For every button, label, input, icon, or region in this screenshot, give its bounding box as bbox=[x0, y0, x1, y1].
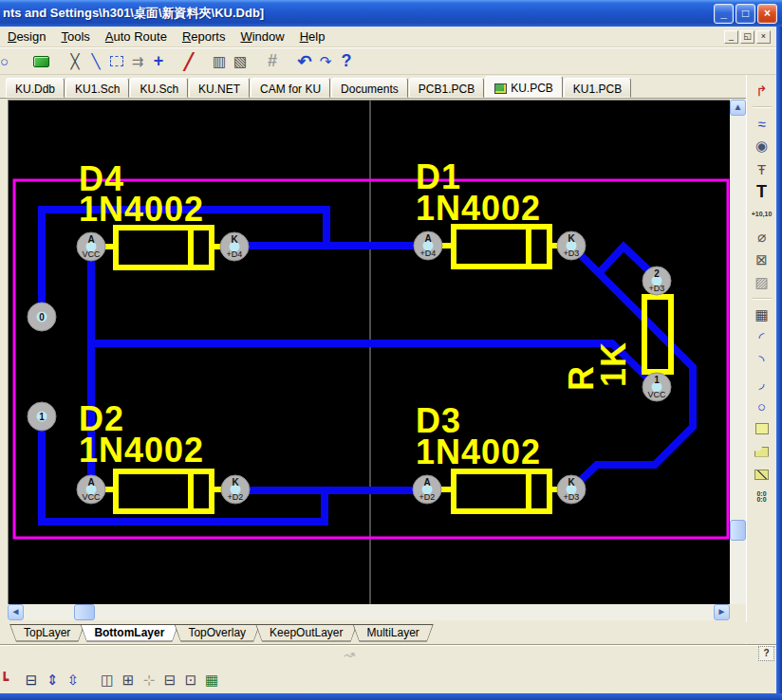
view-3d-icon[interactable]: ▥ bbox=[209, 52, 230, 71]
place-pad-icon[interactable]: ◉ bbox=[752, 137, 773, 156]
pad-A[interactable]: A+D4 bbox=[414, 231, 442, 260]
pad-2[interactable]: 2+D3 bbox=[642, 267, 671, 295]
pad-0[interactable]: 0 bbox=[28, 303, 56, 331]
selection-marquee-icon[interactable] bbox=[106, 52, 127, 71]
menu-window[interactable]: Window bbox=[233, 28, 291, 46]
line-tool-icon[interactable]: ╲ bbox=[85, 52, 106, 71]
align-center-vertical-icon[interactable]: ⊟ bbox=[21, 671, 42, 690]
place-track-icon[interactable]: ≈ bbox=[752, 114, 773, 133]
silk-text[interactable]: 1N4002 bbox=[79, 431, 204, 470]
place-coordinate-icon[interactable]: +10,10 bbox=[752, 205, 773, 224]
array-paste-icon[interactable]: 0:0 0:0 bbox=[752, 488, 773, 507]
pad-1[interactable]: 1VCC bbox=[642, 373, 671, 401]
place-string-icon[interactable]: T bbox=[752, 182, 773, 201]
arrange-components-icon[interactable]: ⊟ bbox=[159, 671, 180, 690]
menu-reports[interactable]: Reports bbox=[175, 28, 233, 46]
doc-tab-ku-net[interactable]: KU.NET bbox=[189, 78, 250, 98]
view-3d-alt-icon[interactable]: ▧ bbox=[230, 52, 251, 71]
full-circle-icon[interactable]: ○ bbox=[752, 396, 773, 415]
doc-tab-pcb1-pcb[interactable]: PCB1.PCB bbox=[409, 78, 484, 98]
pcb-drawing[interactable]: D41N4002AVCCK+D4D11N4002A+D4K+D3D21N4002… bbox=[9, 101, 730, 604]
move-icon[interactable]: + bbox=[148, 52, 169, 71]
menu-design[interactable]: Design bbox=[0, 28, 53, 46]
maximize-button[interactable]: □ bbox=[735, 4, 755, 24]
pad-K[interactable]: K+D4 bbox=[220, 232, 249, 261]
pad-A[interactable]: AVCC bbox=[77, 232, 105, 261]
grid-icon[interactable]: # bbox=[262, 52, 283, 71]
mdi-close-button[interactable]: × bbox=[756, 30, 771, 44]
layer-tab-toplayer[interactable]: TopLayer bbox=[9, 624, 84, 642]
pad-1[interactable]: 1 bbox=[28, 402, 56, 431]
arc-edge-icon[interactable]: ◜ bbox=[752, 328, 773, 347]
layer-tab-label: BottomLayer bbox=[81, 625, 177, 641]
help-balloon-icon[interactable]: ? bbox=[758, 646, 774, 661]
redo-icon[interactable]: ↷ bbox=[315, 52, 336, 71]
horizontal-scroll-thumb[interactable] bbox=[74, 604, 95, 620]
split-plane-icon[interactable] bbox=[752, 465, 773, 484]
doc-tab-documents[interactable]: Documents bbox=[331, 78, 408, 98]
silk-text[interactable]: 1N4002 bbox=[416, 189, 541, 228]
pad-K[interactable]: K+D3 bbox=[557, 475, 586, 504]
clipped-zoom-icon[interactable]: ○ bbox=[0, 52, 9, 71]
scroll-left-button[interactable]: ◄ bbox=[8, 604, 24, 620]
place-via-icon[interactable]: Ŧ bbox=[752, 159, 773, 178]
doc-tab-ku1-sch[interactable]: KU1.Sch bbox=[65, 78, 129, 98]
horizontal-scrollbar[interactable]: ◄ ► bbox=[8, 604, 730, 620]
arc-any-angle-icon[interactable]: ◞ bbox=[752, 374, 773, 393]
wizard-pen-icon[interactable]: ╱ bbox=[178, 52, 199, 71]
pad-A[interactable]: A+D2 bbox=[413, 475, 441, 504]
arrange-component-icon[interactable]: ⊡ bbox=[180, 671, 201, 690]
doc-tab-ku-sch[interactable]: KU.Sch bbox=[130, 78, 188, 98]
vertical-scroll-thumb[interactable] bbox=[730, 520, 746, 541]
menu-tools[interactable]: Tools bbox=[53, 28, 97, 46]
pad-K[interactable]: K+D2 bbox=[221, 475, 250, 504]
silk-text[interactable]: 1N4002 bbox=[79, 190, 204, 229]
wire-tool-icon[interactable]: ╳ bbox=[65, 52, 85, 71]
doc-tab-ku1-pcb[interactable]: KU1.PCB bbox=[564, 78, 631, 98]
vertical-scrollbar[interactable]: ▲ ▼ bbox=[730, 100, 746, 620]
doc-tab-cam-for-ku[interactable]: CAM for KU bbox=[251, 78, 330, 98]
silk-text[interactable]: 1K bbox=[594, 341, 633, 387]
doc-tab-ku-ddb[interactable]: KU.Ddb bbox=[6, 78, 65, 98]
place-component-icon[interactable]: ▦ bbox=[752, 305, 773, 324]
help-icon[interactable]: ? bbox=[336, 52, 357, 71]
title-bar[interactable]: nts and Settings\h301\桌面\新資料夾\KU.Ddb] _ … bbox=[0, 0, 782, 27]
silk-text[interactable]: 1N4002 bbox=[416, 433, 541, 471]
pcb-doc-icon bbox=[494, 83, 507, 94]
place-keepout-icon[interactable]: ⊠ bbox=[752, 250, 773, 269]
pcb-canvas[interactable]: D41N4002AVCCK+D4D11N4002A+D4K+D3D21N4002… bbox=[8, 100, 730, 604]
align-components-dashed-icon[interactable]: ⊞ bbox=[118, 671, 139, 690]
undo-icon[interactable]: ↶ bbox=[294, 52, 315, 71]
deselect-icon[interactable]: ⇉ bbox=[127, 52, 148, 71]
menu-help[interactable]: Help bbox=[292, 28, 333, 46]
snap-to-grid-icon[interactable]: ⊹ bbox=[139, 671, 159, 690]
browse-board-icon[interactable] bbox=[30, 52, 51, 71]
align-components-left-icon[interactable]: ◫ bbox=[97, 671, 118, 690]
layer-tab-multilayer[interactable]: MultiLayer bbox=[352, 624, 433, 642]
minimize-button[interactable]: _ bbox=[714, 4, 734, 24]
menu-auto-route[interactable]: Auto Route bbox=[98, 28, 175, 46]
scroll-right-button[interactable]: ► bbox=[714, 604, 730, 620]
clipped-align-icon[interactable]: ┗ bbox=[0, 671, 11, 690]
place-dimension-icon[interactable]: ⌀ bbox=[752, 228, 773, 247]
arc-center-icon[interactable]: ◝ bbox=[752, 351, 773, 370]
place-fill-hatched-icon[interactable]: ▨ bbox=[752, 273, 773, 292]
mdi-restore-button[interactable]: ◱ bbox=[740, 30, 754, 44]
layer-tab-keepoutlayer[interactable]: KeepOutLayer bbox=[255, 624, 357, 642]
space-vertical-icon[interactable]: ⇳ bbox=[63, 671, 84, 690]
footprint-wizard-icon[interactable]: ▦ bbox=[201, 671, 222, 690]
pad-designator: 1 bbox=[654, 375, 660, 385]
layer-tab-label: TopLayer bbox=[10, 625, 84, 641]
interactive-route-icon[interactable]: ↱ bbox=[752, 82, 773, 101]
pad-K[interactable]: K+D3 bbox=[557, 231, 586, 260]
doc-tab-ku-pcb[interactable]: KU.PCB bbox=[485, 76, 563, 98]
pad-A[interactable]: AVCC bbox=[77, 475, 105, 504]
mdi-minimize-button[interactable]: _ bbox=[724, 30, 738, 44]
scroll-up-button[interactable]: ▲ bbox=[730, 100, 746, 116]
layer-tab-bottomlayer[interactable]: BottomLayer bbox=[80, 624, 178, 642]
polygon-plane-icon[interactable] bbox=[752, 442, 773, 461]
place-fill-icon[interactable] bbox=[752, 419, 773, 438]
distribute-vertical-icon[interactable]: ⇕ bbox=[42, 671, 63, 690]
layer-tab-topoverlay[interactable]: TopOverlay bbox=[174, 624, 260, 642]
close-button[interactable]: × bbox=[757, 4, 777, 24]
